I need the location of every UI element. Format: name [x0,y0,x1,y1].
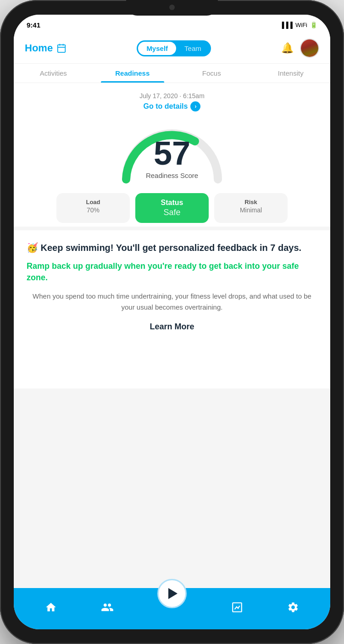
tab-navigation: Activities Readiness Focus Intensity [14,64,330,83]
chart-nav-icon [231,601,243,616]
avatar[interactable] [300,39,319,58]
status-pill: Status Safe [135,193,209,223]
people-nav-icon [101,601,114,616]
tab-readiness[interactable]: Readiness [93,64,172,83]
signal-icon: ▐▐▐ [280,22,293,28]
bell-icon[interactable]: 🔔 [281,42,294,54]
status-row: Load 70% Status Safe Risk Minimal [25,184,319,223]
date-text: July 17, 2020 · 6:15am [25,92,319,100]
gear-nav-icon [287,601,299,616]
nav-home[interactable] [45,601,57,616]
risk-label: Risk [222,199,280,205]
load-value: 70% [64,206,122,214]
bottom-navigation [14,588,330,629]
load-label: Load [64,199,122,205]
gauge-container: 57 Readiness Score [25,115,319,184]
nav-chart[interactable] [231,601,243,616]
message-body: When you spend too much time undertraini… [27,291,317,313]
load-pill: Load 70% [56,193,130,223]
header-left: Home [25,42,67,54]
message-subheading: Ramp back up gradually when you're ready… [27,261,317,283]
status-bar: 9:41 ▐▐▐ WiFi 🔋 [14,15,330,35]
gauge-score: 57 Readiness Score [146,137,198,179]
home-nav-icon [45,601,57,616]
phone-camera [169,5,175,10]
go-arrow-icon: › [190,101,200,111]
toggle-group: Myself Team [137,40,211,56]
play-triangle-icon [168,588,178,599]
avatar-image [301,39,318,57]
phone-notch [126,0,218,16]
home-title: Home [25,42,53,54]
learn-more-link[interactable]: Learn More [27,322,317,332]
phone-screen: 9:41 ▐▐▐ WiFi 🔋 Home Myself Tea [14,15,330,629]
status-time: 9:41 [27,21,40,29]
score-number: 57 [146,137,198,170]
app-header: Home Myself Team 🔔 [14,35,330,64]
status-label: Status [143,199,201,207]
play-button[interactable] [157,579,187,608]
myself-toggle[interactable]: Myself [138,42,176,55]
calendar-icon[interactable] [56,43,67,53]
main-content: July 17, 2020 · 6:15am Go to details › [14,83,330,588]
status-value: Safe [143,208,201,217]
readiness-card: July 17, 2020 · 6:15am Go to details › [14,83,330,227]
risk-value: Minimal [222,206,280,214]
extra-card [14,343,330,389]
header-right: 🔔 [281,39,319,58]
date-section: July 17, 2020 · 6:15am Go to details › [25,92,319,115]
wifi-icon: WiFi [295,22,307,28]
tab-activities[interactable]: Activities [14,64,93,83]
risk-pill: Risk Minimal [214,193,288,223]
status-icons: ▐▐▐ WiFi 🔋 [280,22,317,28]
message-heading: 🥳 Keep swimming! You'll get personalized… [27,241,317,254]
go-to-details-label: Go to details [144,102,188,111]
tab-intensity[interactable]: Intensity [251,64,331,83]
nav-settings[interactable] [287,601,299,616]
message-section: 🥳 Keep swimming! You'll get personalized… [14,230,330,343]
go-to-details-link[interactable]: Go to details › [25,101,319,111]
tab-focus[interactable]: Focus [172,64,251,83]
score-label: Readiness Score [146,172,198,179]
team-toggle[interactable]: Team [176,42,210,55]
svg-rect-0 [58,45,66,53]
nav-people[interactable] [101,601,114,616]
phone-frame: 9:41 ▐▐▐ WiFi 🔋 Home Myself Tea [0,0,344,644]
battery-icon: 🔋 [310,22,317,28]
